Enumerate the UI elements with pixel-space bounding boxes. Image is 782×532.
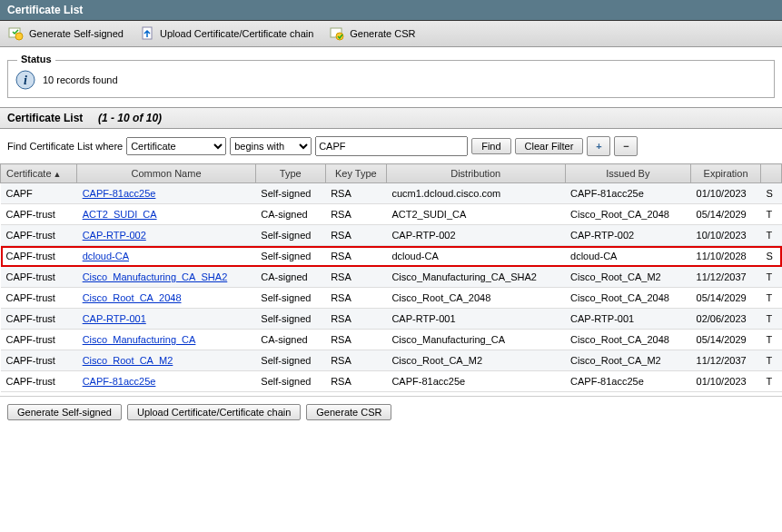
cell-expiration: 01/10/2023 [691, 371, 761, 392]
svg-point-1 [15, 33, 23, 40]
toolbar-upload-cert-label: Upload Certificate/Certificate chain [160, 28, 313, 39]
cell-distribution: CAPF-81acc25e [386, 371, 565, 392]
cell-tail: T [761, 204, 782, 225]
cell-tail: T [761, 350, 782, 371]
common-name-link[interactable]: dcloud-CA [83, 251, 129, 261]
cell-certificate: CAPF-trust [1, 267, 77, 288]
column-header[interactable]: Key Type [325, 164, 386, 183]
cell-distribution: cucm1.dcloud.cisco.com [386, 183, 565, 204]
toolbar-generate-csr-label: Generate CSR [350, 28, 415, 39]
cell-certificate: CAPF-trust [1, 225, 77, 246]
table-row: CAPF-trustCisco_Root_CA_M2Self-signedRSA… [1, 350, 782, 371]
cell-type: CA-signed [255, 267, 325, 288]
cell-issued-by: Cisco_Root_CA_2048 [565, 330, 691, 350]
toolbar-upload-cert[interactable]: Upload Certificate/Certificate chain [138, 25, 313, 43]
cell-tail: T [761, 267, 782, 288]
cell-certificate: CAPF-trust [1, 350, 77, 371]
column-header[interactable]: Certificate▲ [1, 164, 77, 183]
cell-key-type: RSA [325, 183, 386, 204]
common-name-link[interactable]: CAP-RTP-001 [83, 313, 146, 324]
table-row: CAPF-trustCisco_Root_CA_2048Self-signedR… [1, 288, 782, 309]
add-filter-button[interactable]: + [587, 136, 610, 156]
generate-csr-icon [328, 25, 346, 43]
cell-common-name: dcloud-CA [77, 246, 256, 267]
section-title: Certificate List [7, 112, 83, 124]
cell-expiration: 05/14/2029 [691, 288, 761, 309]
cell-certificate: CAPF-trust [1, 330, 77, 350]
section-header: Certificate List (1 - 10 of 10) [0, 107, 782, 129]
column-header[interactable]: Issued By [565, 164, 691, 183]
footer-generate-csr[interactable]: Generate CSR [306, 404, 391, 420]
table-row: CAPF-trustACT2_SUDI_CACA-signedRSAACT2_S… [1, 204, 782, 225]
filter-value-input[interactable] [315, 136, 468, 156]
status-message: 10 records found [43, 74, 118, 85]
cell-tail: S [761, 246, 782, 267]
clear-filter-button[interactable]: Clear Filter [515, 138, 584, 154]
common-name-link[interactable]: Cisco_Root_CA_2048 [83, 292, 182, 303]
cell-type: CA-signed [255, 330, 325, 350]
cell-distribution: Cisco_Root_CA_2048 [386, 288, 565, 309]
cell-issued-by: CAPF-81acc25e [565, 183, 691, 204]
table-row: CAPF-trustCAPF-81acc25eSelf-signedRSACAP… [1, 371, 782, 392]
cell-expiration: 11/12/2037 [691, 350, 761, 371]
plus-icon: + [596, 141, 601, 152]
footer-generate-self-signed[interactable]: Generate Self-signed [7, 404, 122, 420]
cell-common-name: Cisco_Root_CA_2048 [77, 288, 256, 309]
cell-certificate: CAPF-trust [1, 246, 77, 267]
common-name-link[interactable]: CAP-RTP-002 [83, 230, 146, 241]
sort-asc-icon: ▲ [54, 170, 62, 179]
cell-common-name: CAP-RTP-001 [77, 309, 256, 330]
cell-issued-by: Cisco_Root_CA_M2 [565, 267, 691, 288]
common-name-link[interactable]: ACT2_SUDI_CA [83, 209, 157, 220]
toolbar-generate-csr[interactable]: Generate CSR [328, 25, 415, 43]
cell-issued-by: CAP-RTP-001 [565, 309, 691, 330]
column-header[interactable]: Type [255, 164, 325, 183]
cell-certificate: CAPF-trust [1, 309, 77, 330]
cell-common-name: Cisco_Manufacturing_CA_SHA2 [77, 267, 256, 288]
column-header[interactable]: Distribution [386, 164, 565, 183]
cell-tail: T [761, 225, 782, 246]
cell-issued-by: Cisco_Root_CA_2048 [565, 204, 691, 225]
certificate-self-icon [7, 25, 25, 43]
common-name-link[interactable]: CAPF-81acc25e [83, 188, 156, 199]
cell-expiration: 11/12/2037 [691, 267, 761, 288]
cell-expiration: 10/10/2023 [691, 225, 761, 246]
cell-key-type: RSA [325, 225, 386, 246]
column-header[interactable]: Expiration [691, 164, 761, 183]
cell-expiration: 05/14/2029 [691, 330, 761, 350]
cell-type: Self-signed [255, 183, 325, 204]
remove-filter-button[interactable]: − [614, 136, 638, 156]
table-row: CAPF-trustCisco_Manufacturing_CA_SHA2CA-… [1, 267, 782, 288]
cell-type: CA-signed [255, 204, 325, 225]
column-header[interactable] [761, 164, 782, 183]
common-name-link[interactable]: Cisco_Root_CA_M2 [83, 355, 173, 366]
filter-field-select[interactable]: Certificate [126, 137, 226, 155]
cell-key-type: RSA [325, 288, 386, 309]
column-header[interactable]: Common Name [77, 164, 256, 183]
toolbar: Generate Self-signed Upload Certificate/… [0, 21, 782, 47]
cell-expiration: 05/14/2029 [691, 204, 761, 225]
common-name-link[interactable]: CAPF-81acc25e [83, 376, 156, 387]
cell-common-name: Cisco_Root_CA_M2 [77, 350, 256, 371]
find-button[interactable]: Find [471, 138, 510, 154]
cell-distribution: Cisco_Manufacturing_CA [386, 330, 565, 350]
cell-certificate: CAPF-trust [1, 288, 77, 309]
common-name-link[interactable]: Cisco_Manufacturing_CA [83, 334, 196, 345]
filter-op-select[interactable]: begins with [230, 137, 312, 155]
cell-type: Self-signed [255, 225, 325, 246]
cell-expiration: 11/10/2028 [691, 246, 761, 267]
toolbar-generate-self-signed[interactable]: Generate Self-signed [7, 25, 124, 43]
window-title: Certificate List [0, 0, 782, 21]
footer-upload-cert[interactable]: Upload Certificate/Certificate chain [127, 404, 301, 420]
cell-common-name: CAP-RTP-002 [77, 225, 256, 246]
svg-text:i: i [24, 74, 27, 87]
table-row: CAPF-trustCisco_Manufacturing_CACA-signe… [1, 330, 782, 350]
cell-type: Self-signed [255, 350, 325, 371]
footer-buttons: Generate Self-signed Upload Certificate/… [0, 396, 782, 428]
cell-tail: T [761, 330, 782, 350]
cell-tail: T [761, 288, 782, 309]
cell-key-type: RSA [325, 371, 386, 392]
common-name-link[interactable]: Cisco_Manufacturing_CA_SHA2 [83, 271, 228, 282]
cell-key-type: RSA [325, 204, 386, 225]
cell-key-type: RSA [325, 350, 386, 371]
